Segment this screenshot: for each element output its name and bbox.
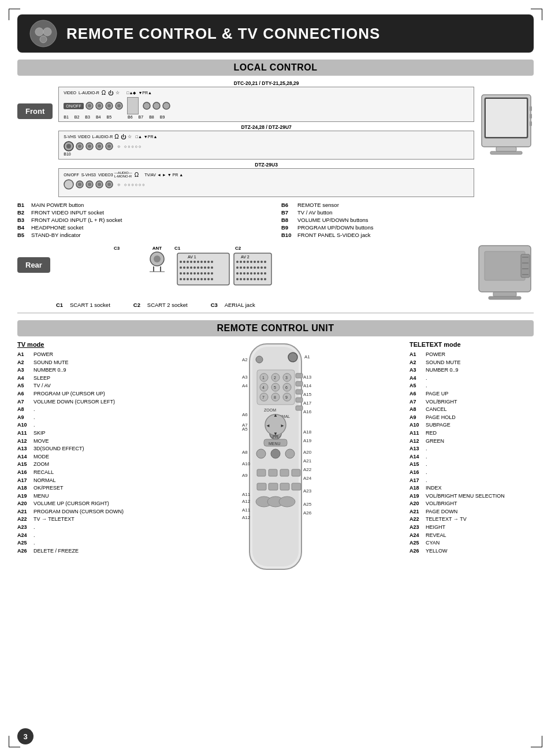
svg-text:8: 8 xyxy=(274,395,276,399)
rcu-tv-item: A21PROGRAM DOWN (CURSOR DOWN) xyxy=(17,508,142,516)
rcu-tt-item: A8CANCEL xyxy=(409,406,534,413)
svg-text:PR: PR xyxy=(273,435,278,439)
rcu-tt-item: A17. xyxy=(409,477,534,484)
svg-text:6: 6 xyxy=(285,386,288,390)
svg-text:MENU: MENU xyxy=(269,442,281,446)
svg-point-104 xyxy=(236,266,239,269)
svg-point-105 xyxy=(240,266,242,269)
rcu-tt-item: A1POWER xyxy=(409,351,534,358)
svg-point-80 xyxy=(204,272,206,275)
button-item: B8VOLUME UP/DOWN buttons xyxy=(281,217,534,223)
svg-point-57 xyxy=(193,261,196,263)
tv-front-illustration xyxy=(479,92,534,168)
svg-point-89 xyxy=(200,278,203,280)
svg-point-66 xyxy=(190,266,192,269)
rcu-tt-item: A7VOL/BRIGHT xyxy=(409,398,534,406)
rcu-tv-item: A12MOVE xyxy=(17,438,142,445)
rcu-tt-item: A21PAGE DOWN xyxy=(409,508,534,516)
rcu-tv-item: A4SLEEP xyxy=(17,375,142,382)
rcu-tv-item: A1POWER xyxy=(17,351,142,358)
svg-point-75 xyxy=(187,272,189,275)
rcu-content: TV mode A1POWERA2SOUND MUTEA3NUMBER 0..9… xyxy=(17,341,534,584)
svg-point-96 xyxy=(240,261,242,263)
button-item: B1MAIN POWER button xyxy=(17,202,270,208)
model3-label: DTZ-29U3 xyxy=(58,162,474,168)
svg-point-11 xyxy=(117,104,121,108)
rcu-header: REMOTE CONTROL UNIT xyxy=(17,320,534,336)
title-icon xyxy=(29,19,58,48)
svg-point-121 xyxy=(264,272,266,275)
svg-text:A1: A1 xyxy=(304,354,310,360)
svg-point-98 xyxy=(247,261,249,263)
svg-text:A20: A20 xyxy=(303,450,312,455)
rcu-tv-item: A19MENU xyxy=(17,492,142,500)
svg-text:A25: A25 xyxy=(303,502,312,507)
model1-diagram: VIDEO L-AUDIO-R Ω ⏻ ☆ □▲◆ ▼PR▲ ON/OFF xyxy=(58,87,474,122)
svg-text:A7: A7 xyxy=(242,423,248,428)
svg-point-62 xyxy=(211,261,213,263)
svg-point-145 xyxy=(256,356,263,363)
svg-point-5 xyxy=(88,104,91,108)
svg-text:A23: A23 xyxy=(303,488,312,494)
svg-point-47 xyxy=(154,255,161,262)
svg-point-55 xyxy=(187,261,189,263)
svg-point-97 xyxy=(243,261,245,263)
svg-point-125 xyxy=(247,278,249,280)
svg-text:A11: A11 xyxy=(242,492,251,497)
svg-rect-175 xyxy=(296,406,303,410)
svg-rect-208 xyxy=(280,469,289,476)
button-item: B9PROGRAM UP/DOWN buttons xyxy=(281,224,534,231)
svg-point-65 xyxy=(187,266,189,269)
rcu-tv-item: A5TV / AV xyxy=(17,382,142,390)
svg-text:AV 1: AV 1 xyxy=(188,255,196,259)
button-descriptions: B1MAIN POWER buttonB2FRONT VIDEO INPUT s… xyxy=(17,202,534,239)
svg-point-100 xyxy=(254,261,256,263)
svg-text:A3: A3 xyxy=(242,375,248,380)
svg-point-118 xyxy=(254,272,256,275)
rcu-tv-item: A18OK/PRESET xyxy=(17,484,142,492)
rcu-tt-item: A11RED xyxy=(409,429,534,437)
svg-text:▲: ▲ xyxy=(273,413,278,418)
svg-point-109 xyxy=(254,266,256,269)
svg-point-70 xyxy=(204,266,206,269)
svg-point-87 xyxy=(193,278,196,280)
svg-text:A6: A6 xyxy=(242,412,248,417)
svg-rect-93 xyxy=(234,253,271,285)
svg-point-124 xyxy=(243,278,245,280)
tv-rear-illustration xyxy=(476,243,534,307)
svg-point-81 xyxy=(207,272,210,275)
svg-point-14 xyxy=(163,102,170,109)
button-item: B4HEADPHONE socket xyxy=(17,224,270,231)
rcu-tt-item: A12GREEN xyxy=(409,438,534,445)
svg-text:A9: A9 xyxy=(242,473,248,478)
rcu-tv-item: A133D(SOUND EFFECT) xyxy=(17,445,142,453)
teletext-mode-title: TELETEXT mode xyxy=(409,341,534,348)
svg-point-68 xyxy=(197,266,199,269)
svg-point-130 xyxy=(264,278,266,280)
svg-point-102 xyxy=(260,261,263,263)
svg-text:3: 3 xyxy=(285,376,288,380)
tv-mode-title: TV mode xyxy=(17,341,142,348)
svg-rect-36 xyxy=(486,99,527,137)
button-item: B10FRONT PANEL S-VIDEO jack xyxy=(281,232,534,238)
model3-diagram: ON/OFFS-VHS3VIDEO3 —AUDIO—L-MONO-R Ω TV/… xyxy=(58,168,474,197)
svg-text:7: 7 xyxy=(262,395,265,399)
svg-rect-209 xyxy=(292,469,300,476)
svg-rect-132 xyxy=(485,251,525,280)
svg-point-86 xyxy=(190,278,192,280)
rcu-tt-item: A23HEIGHT xyxy=(409,524,534,531)
rcu-tt-item: A13. xyxy=(409,445,534,453)
svg-text:A16: A16 xyxy=(303,409,312,414)
svg-text:A4: A4 xyxy=(242,383,248,388)
rcu-tv-item: A9. xyxy=(17,414,142,421)
svg-point-71 xyxy=(207,266,210,269)
svg-point-24 xyxy=(107,144,111,148)
svg-point-123 xyxy=(240,278,242,280)
svg-point-119 xyxy=(257,272,259,275)
svg-rect-41 xyxy=(530,121,532,126)
svg-point-78 xyxy=(197,272,199,275)
rcu-tt-item: A3NUMBER 0..9 xyxy=(409,366,534,374)
svg-rect-211 xyxy=(269,483,278,490)
rcu-tt-item: A5. xyxy=(409,382,534,390)
svg-rect-210 xyxy=(257,483,266,490)
